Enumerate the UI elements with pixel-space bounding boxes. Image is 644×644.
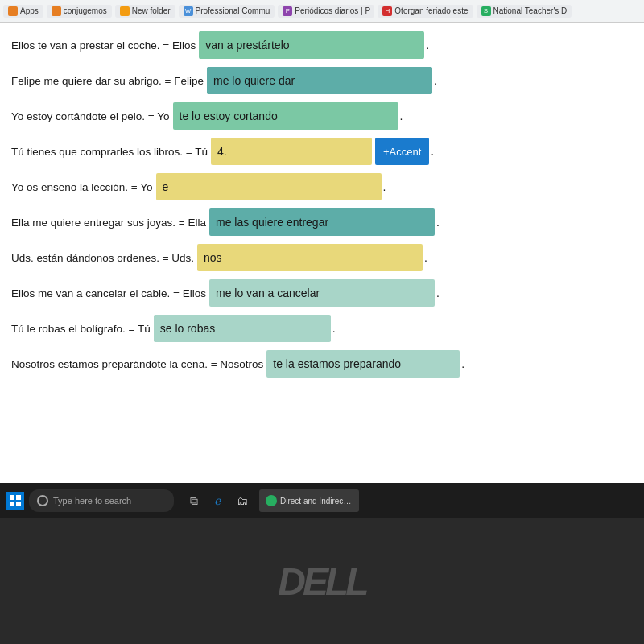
taskbar: Type here to search ⧉ ℯ 🗂 Direct and Ind… <box>0 483 644 518</box>
sentence-4-prefix: Tú tienes que comprarles los libros. = T… <box>11 146 208 158</box>
answer-text-10: te la estamos preparando <box>273 357 401 370</box>
accent-button[interactable]: +Accent <box>375 138 429 165</box>
national-icon: S <box>481 6 491 16</box>
answer-box-9[interactable]: se lo robas <box>154 315 331 342</box>
taskbar-icons: ⧉ ℯ 🗂 <box>185 492 251 510</box>
answer-box-4[interactable]: 4. <box>211 138 372 165</box>
tab-new-folder[interactable]: New folder <box>115 5 175 18</box>
main-content: Ellos te van a prestar el coche. = Ellos… <box>0 23 644 483</box>
tab-new-folder-label: New folder <box>132 6 171 15</box>
answer-text-9: se lo robas <box>160 322 215 335</box>
sentence-6-prefix: Ella me quiere entregar sus joyas. = Ell… <box>11 217 206 229</box>
answer-box-7[interactable]: nos <box>197 244 423 271</box>
answer-box-3[interactable]: te lo estoy cortando <box>173 102 398 130</box>
exercise-row-3: Yo estoy cortándote el pelo. = Yo te lo … <box>11 101 633 130</box>
tab-apps-label: Apps <box>20 6 39 15</box>
answer-text-8: me lo van a cancelar <box>216 287 320 299</box>
start-button[interactable] <box>6 492 24 510</box>
svg-rect-1 <box>16 495 21 500</box>
tab-otorgan-label: Otorgan feriado este <box>394 6 468 15</box>
tab-conjugemos[interactable]: conjugemos <box>47 5 112 18</box>
answer-text-6: me las quiere entregar <box>216 216 328 229</box>
answer-box-8[interactable]: me lo van a cancelar <box>209 279 435 307</box>
conjugemos-icon <box>52 6 61 16</box>
file-explorer-icon[interactable]: 🗂 <box>233 492 251 510</box>
tab-periodicos[interactable]: P Periódicos diarios | P <box>278 5 374 18</box>
task-view-icon[interactable]: ⧉ <box>185 492 203 510</box>
tab-professional-label: Professional Commu <box>196 6 270 15</box>
svg-rect-3 <box>16 502 21 506</box>
exercise-row-1: Ellos te van a prestar el coche. = Ellos… <box>11 31 633 60</box>
otorgan-icon: H <box>382 6 392 16</box>
apps-icon <box>8 6 18 16</box>
answer-text-3: te lo estoy cortando <box>180 109 278 122</box>
exercise-row-9: Tú le robas el bolígrafo. = Tú se lo rob… <box>11 314 633 343</box>
search-bar[interactable]: Type here to search <box>29 489 174 512</box>
tab-national[interactable]: S National Teacher's D <box>477 5 572 18</box>
sentence-10-prefix: Nosotros estamos preparándote la cena. =… <box>11 358 263 370</box>
search-icon <box>37 495 48 506</box>
tab-periodicos-label: Periódicos diarios | P <box>295 6 370 15</box>
edge-icon[interactable]: ℯ <box>209 492 227 510</box>
answer-box-10[interactable]: te la estamos preparando <box>266 350 460 378</box>
browser-tab-bar: Apps conjugemos New folder W Professiona… <box>0 0 644 23</box>
sentence-9-prefix: Tú le robas el bolígrafo. = Tú <box>11 323 151 335</box>
answer-text-2: me lo quiere dar <box>213 74 295 87</box>
sentence-1-prefix: Ellos te van a prestar el coche. = Ellos <box>11 39 196 52</box>
svg-rect-0 <box>10 495 14 500</box>
exercise-row-10: Nosotros estamos preparándote la cena. =… <box>11 349 633 378</box>
exercise-row-5: Yo os enseño la lección. = Yo e . <box>11 172 633 201</box>
answer-text-1: van a prestártelo <box>205 39 289 52</box>
search-placeholder: Type here to search <box>53 496 131 506</box>
sentence-3-prefix: Yo estoy cortándote el pelo. = Yo <box>11 110 170 122</box>
professional-icon: W <box>184 6 193 16</box>
tab-professional[interactable]: W Professional Commu <box>179 5 275 18</box>
answer-text-4: 4. <box>217 145 227 158</box>
taskbar-app-direct-indirect[interactable]: Direct and Indirect ... <box>259 489 359 512</box>
sentence-5-prefix: Yo os enseño la lección. = Yo <box>11 181 153 193</box>
answer-box-5[interactable]: e <box>156 173 382 200</box>
svg-rect-2 <box>10 502 14 506</box>
app-icon <box>266 495 277 506</box>
answer-box-2[interactable]: me lo quiere dar <box>207 67 432 94</box>
sentence-8-prefix: Ellos me van a cancelar el cable. = Ello… <box>11 287 206 299</box>
exercise-row-4: Tú tienes que comprarles los libros. = T… <box>11 137 633 166</box>
dell-logo: DELL <box>278 559 365 604</box>
exercise-row-2: Felipe me quiere dar su abrigo. = Felipe… <box>11 66 633 95</box>
new-folder-icon <box>120 6 130 16</box>
answer-box-1[interactable]: van a prestártelo <box>199 31 424 59</box>
sentence-7-prefix: Uds. están dándonos ordenes. = Uds. <box>11 252 194 264</box>
taskbar-app-label: Direct and Indirect ... <box>280 497 353 506</box>
tab-otorgan[interactable]: H Otorgan feriado este <box>378 5 473 18</box>
dell-laptop-body: DELL <box>0 518 644 644</box>
tab-apps[interactable]: Apps <box>3 5 43 18</box>
sentence-2-prefix: Felipe me quiere dar su abrigo. = Felipe <box>11 75 204 87</box>
tab-national-label: National Teacher's D <box>493 6 568 15</box>
periodicos-icon: P <box>283 6 292 16</box>
tab-conjugemos-label: conjugemos <box>64 6 107 15</box>
answer-box-6[interactable]: me las quiere entregar <box>209 208 435 236</box>
exercise-row-6: Ella me quiere entregar sus joyas. = Ell… <box>11 208 633 237</box>
answer-text-7: nos <box>204 251 222 264</box>
answer-text-5: e <box>163 180 169 193</box>
exercise-row-8: Ellos me van a cancelar el cable. = Ello… <box>11 279 633 308</box>
exercise-row-7: Uds. están dándonos ordenes. = Uds. nos … <box>11 243 633 272</box>
